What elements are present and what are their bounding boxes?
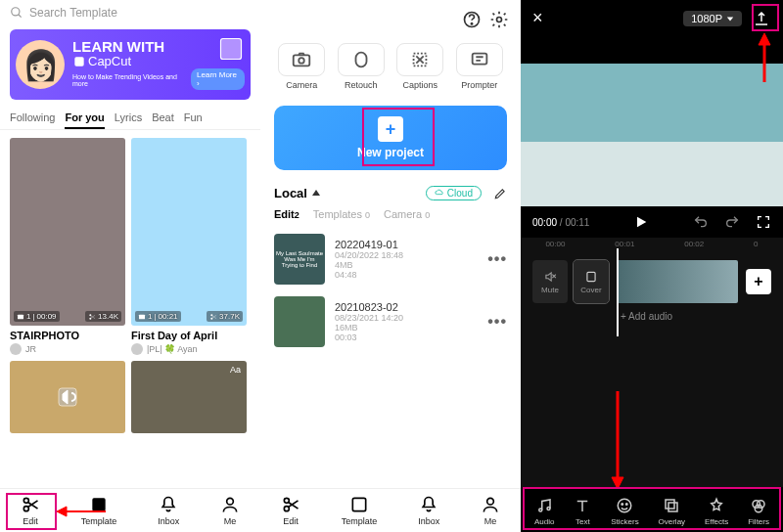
retouch-icon [350,49,372,70]
tool-stickers[interactable]: Stickers [611,497,638,526]
quick-camera[interactable]: Camera [278,43,325,90]
nav-edit[interactable]: Edit [21,495,40,526]
svg-point-21 [299,58,305,63]
card-title: STAIRPHOTO [10,330,125,341]
search-icon [10,6,23,20]
local-label[interactable]: Local [274,186,307,200]
nav-template[interactable]: Template [342,495,378,526]
tab-lyrics[interactable]: Lyrics [115,108,142,129]
nav-me[interactable]: Me [481,495,500,526]
template-card-clipped[interactable]: Aa [131,361,247,433]
add-audio-button[interactable]: + Add audio [521,311,783,322]
svg-rect-2 [74,57,83,66]
tab-beat[interactable]: Beat [152,108,174,129]
quick-prompter[interactable]: Prompter [456,43,503,90]
svg-rect-20 [294,55,310,66]
learn-banner[interactable]: 👩🏻 LEARN WITH CapCut How to Make Trendin… [10,29,251,100]
scissors-icon [88,313,96,321]
new-project-button[interactable]: + New project [274,106,507,170]
tool-audio[interactable]: Audio [534,497,554,526]
capcut-logo-icon [72,55,86,68]
person-icon [220,495,240,514]
arrow-to-toolbar [611,391,624,489]
tab-for-you[interactable]: For you [65,108,104,129]
export-button[interactable] [752,9,771,28]
export-icon [753,10,770,27]
avatar [131,343,143,355]
subtab-templates[interactable]: Templates 0 [313,208,370,220]
add-clip-button[interactable]: + [746,269,771,294]
overlay-icon [663,497,680,514]
card-title: First Day of April [131,330,247,341]
svg-marker-31 [727,17,733,21]
caret-up-icon [311,188,321,198]
video-preview[interactable] [521,64,783,206]
bottom-nav: Edit Template Inbox Me [0,488,260,532]
project-menu-icon[interactable]: ••• [487,250,507,268]
banner-tagline: How to Make Trending Videos and more [72,73,187,87]
svg-marker-16 [57,507,67,516]
project-size: 4MB [335,260,478,270]
template-icon [349,495,369,514]
nav-inbox[interactable]: Inbox [418,495,439,526]
project-thumb: My Last SoulmateWas Me I'mTrying to Find [274,234,325,285]
resolution-selector[interactable]: 1080P [683,11,742,26]
quick-captions[interactable]: Captions [396,43,443,90]
template-card-clipped[interactable] [10,361,125,433]
person-icon [481,495,500,514]
settings-icon[interactable] [489,10,509,29]
sound-icon [56,385,79,409]
project-name: 20210823-02 [335,301,478,313]
fullscreen-button[interactable] [756,214,771,230]
learn-more-button[interactable]: Learn More › [191,68,245,90]
project-size: 16MB [335,323,478,332]
project-menu-icon[interactable]: ••• [487,313,507,331]
svg-line-1 [19,15,22,18]
project-name: 20220419-01 [335,239,478,250]
tab-following[interactable]: Following [10,108,55,129]
video-clip[interactable] [617,260,738,303]
edit-pencil-icon[interactable] [493,187,507,200]
camera-icon [291,49,312,70]
svg-point-41 [547,508,550,510]
project-item[interactable]: 20210823-02 08/23/2021 14:20 16MB 00:03 … [274,290,507,353]
svg-point-49 [755,505,762,512]
cloud-button[interactable]: Cloud [426,186,482,200]
editor-toolbar: Audio Text Stickers Overlay Effects Filt… [521,487,783,532]
tool-filters[interactable]: Filters [748,497,769,526]
nav-inbox[interactable]: Inbox [158,495,179,526]
project-date: 08/23/2021 14:20 [335,313,478,323]
mute-button[interactable]: Mute [532,260,568,303]
project-thumb [274,296,325,347]
timeline: 00:0000:0100:020 Mute Cover + + Add audi… [521,238,783,532]
redo-button[interactable] [724,214,740,230]
effects-icon [708,497,725,514]
help-icon[interactable] [462,10,482,29]
play-button[interactable] [633,214,649,230]
template-grid: 1 | 00:09 13.4K STAIRPHOTO JR 1 | 00:21 … [0,130,260,433]
tool-overlay[interactable]: Overlay [659,497,686,526]
tool-effects[interactable]: Effects [705,497,728,526]
svg-point-30 [487,498,494,505]
undo-button[interactable] [693,214,709,230]
search-placeholder: Search Template [29,6,117,20]
search-bar[interactable]: Search Template [0,0,260,25]
time-display: 00:00 / 00:11 [532,217,589,228]
project-item[interactable]: My Last SoulmateWas Me I'mTrying to Find… [274,228,507,290]
template-card[interactable]: 1 | 00:21 37.7K First Day of April |PL| … [131,138,247,355]
nav-edit[interactable]: Edit [281,495,300,526]
quick-retouch[interactable]: Retouch [338,43,385,90]
banner-illustration: 👩🏻 [16,40,65,89]
svg-rect-37 [587,272,595,281]
subtab-camera[interactable]: Camera 0 [384,208,430,220]
template-card[interactable]: 1 | 00:09 13.4K STAIRPHOTO JR [10,138,125,355]
tool-text[interactable]: Text [574,497,591,526]
svg-point-44 [626,504,628,506]
subtab-edit[interactable]: Edit2 [274,208,299,220]
nav-me[interactable]: Me [220,495,240,526]
cloud-icon [435,188,444,198]
cover-button[interactable]: Cover [574,260,609,303]
close-button[interactable]: × [532,8,543,28]
tab-fun[interactable]: Fun [184,108,203,129]
playhead[interactable] [617,248,619,336]
